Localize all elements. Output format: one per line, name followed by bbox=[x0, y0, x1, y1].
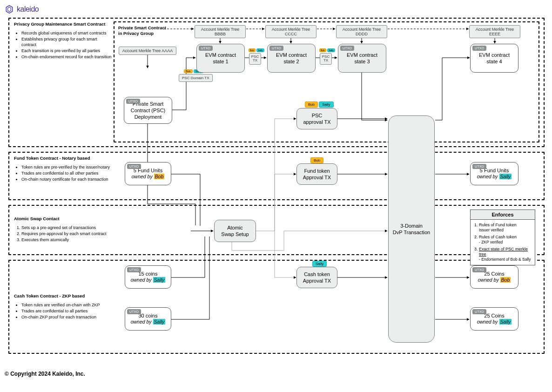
section4-bullet: Trades are confidential to all parties bbox=[21, 308, 112, 314]
section4-title: Cash Token Contract - ZKP based bbox=[14, 293, 112, 299]
node-text: 25 Coins bbox=[484, 270, 504, 277]
enforces-title: Enforces bbox=[471, 210, 535, 220]
kaleido-logo-icon bbox=[5, 5, 14, 14]
psc-approval-tx: PSC approval TX bbox=[296, 108, 337, 129]
node-text: Atomic bbox=[227, 224, 243, 231]
evm-state-3: UTXO EVM contract state 3 bbox=[338, 44, 386, 73]
node-text: 15 coins bbox=[139, 270, 158, 277]
chip-row-cash-approval: Sally bbox=[312, 261, 327, 267]
inner-title-line1: Private Smart Contract bbox=[118, 25, 166, 30]
utxo-badge: UTXO bbox=[472, 267, 486, 272]
node-text: Approval TX bbox=[303, 174, 331, 181]
merkle-e: Account Merkle Tree EEEE bbox=[469, 25, 520, 38]
chip-row-psctx1: Bob Sally bbox=[248, 48, 265, 52]
chip-sally: Sally bbox=[319, 101, 333, 108]
node-text: Contract (PSC) bbox=[131, 107, 166, 114]
evm-state-2: UTXO EVM contract state 2 bbox=[267, 44, 316, 73]
node-text: state 3 bbox=[354, 58, 370, 65]
chip-sally: Sally bbox=[256, 48, 264, 52]
coins-25-sally: UTXO 25 Coins owned by Sally bbox=[470, 307, 518, 331]
node-text: owned by Bob bbox=[478, 277, 511, 284]
utxo-badge: UTXO bbox=[472, 164, 486, 169]
node-text: Swap Setup bbox=[221, 231, 249, 237]
chip-bob: Bob bbox=[249, 48, 256, 52]
section-fund-token: Fund Token Contract - Notary based Token… bbox=[8, 152, 545, 200]
node-text: state 1 bbox=[213, 58, 228, 65]
logo: kaleido bbox=[5, 5, 547, 14]
section1-desc: Privacy Group Maintenance Smart Contract… bbox=[14, 21, 112, 61]
node-text: owned by Sally bbox=[477, 174, 512, 180]
merkle-c: Account Merkle Tree CCCC bbox=[265, 25, 316, 38]
section1-title: Privacy Group Maintenance Smart Contract bbox=[14, 21, 112, 27]
section3-title: Atomic Swap Contact bbox=[14, 216, 112, 222]
chip-row-fund-approval: Bob bbox=[310, 157, 324, 163]
enforces-item: Exact state of PSC merkle tree- Endorsem… bbox=[479, 247, 533, 262]
chip-sally: Sally bbox=[312, 261, 327, 267]
coins-25-bob: UTXO 25 Coins owned by Bob bbox=[470, 265, 518, 289]
merkle-a: Account Merkle Tree AAAA bbox=[119, 47, 176, 55]
utxo-badge: UTXO bbox=[199, 46, 213, 51]
node-text: 25 Coins bbox=[484, 312, 504, 319]
utxo-badge: UTXO bbox=[472, 46, 486, 51]
node-text: owned by Sally bbox=[477, 319, 512, 325]
section4-bullet: Token rules are verified on-chain with Z… bbox=[21, 302, 112, 308]
chip-bob: Bob bbox=[310, 157, 323, 163]
chip-row-psc-approval: Bob Sally bbox=[304, 101, 334, 108]
node-text: EVM contract bbox=[479, 52, 510, 58]
node-text: 30 coins bbox=[139, 312, 158, 319]
diagram-canvas: Privacy Group Maintenance Smart Contract… bbox=[5, 18, 547, 362]
utxo-badge: UTXO bbox=[472, 309, 486, 314]
utxo-badge: UTXO bbox=[127, 267, 141, 272]
enforces-item: Rules of Fund tokenIssuer verified bbox=[479, 223, 533, 233]
node-text: EVM contract bbox=[205, 52, 236, 58]
utxo-badge: UTXO bbox=[126, 99, 140, 104]
section1-bullet: Establishes privacy group for each smart… bbox=[21, 36, 112, 47]
section2-bullet: Token rules are pre-verified by the issu… bbox=[21, 164, 112, 170]
utxo-badge: UTXO bbox=[127, 309, 141, 314]
node-text: state 2 bbox=[283, 58, 299, 65]
utxo-badge: UTXO bbox=[127, 164, 141, 169]
atomic-swap-setup: Atomic Swap Setup bbox=[214, 220, 256, 242]
node-text: DvP Transaction bbox=[393, 229, 431, 236]
section1-bullet: Each transition is pre-verified by all p… bbox=[21, 48, 112, 54]
psc-tx-2: PSCTX bbox=[320, 53, 332, 65]
enforces-box: Enforces Rules of Fund tokenIssuer verif… bbox=[470, 210, 535, 265]
chip-row-psctx2: Bob Sally bbox=[319, 48, 336, 52]
chip-bob: Bob bbox=[305, 101, 318, 108]
chip-sally: Sally bbox=[327, 48, 335, 52]
section3-desc: Atomic Swap Contact Sets up a pre-agreed… bbox=[14, 216, 112, 243]
inner-title: Private Smart Contract in Privacy Group bbox=[118, 25, 166, 37]
inner-title-line2: in Privacy Group bbox=[118, 31, 154, 36]
section2-bullet: Trades are confidential to all other par… bbox=[21, 170, 112, 176]
psc-tx-1: PSCTX bbox=[249, 53, 261, 65]
node-text: Fund token bbox=[304, 168, 330, 174]
fund-units-bob: UTXO 5 Fund Units owned by Bob bbox=[125, 162, 171, 185]
psc-domain-tx: PSC Domain TX bbox=[179, 74, 213, 82]
node-text: 3-Domain bbox=[400, 223, 423, 229]
node-text: owned by Bob bbox=[132, 174, 165, 180]
section1-bullet: On-chain endorsement record for each tra… bbox=[21, 54, 112, 60]
node-text: EVM contract bbox=[347, 52, 377, 58]
fund-approval-tx: Fund token Approval TX bbox=[296, 163, 337, 185]
section3-item: Requires pre-approval by each smart cont… bbox=[21, 231, 112, 237]
utxo-badge: UTXO bbox=[269, 46, 283, 51]
cash-approval-tx: Cash token Approval TX bbox=[296, 267, 337, 288]
merkle-d: Account Merkle Tree DDDD bbox=[336, 25, 387, 38]
evm-state-1: UTXO EVM contract state 1 bbox=[196, 44, 245, 73]
section2-bullet: On-chain notary certificate for each tra… bbox=[21, 176, 112, 182]
section-atomic-swap: Atomic Swap Contact Sets up a pre-agreed… bbox=[8, 205, 545, 255]
node-text: Approval TX bbox=[303, 277, 331, 284]
section4-desc: Cash Token Contract - ZKP based Token ru… bbox=[14, 293, 112, 320]
enforces-item: Rules of Cash token- ZKP verified bbox=[479, 235, 533, 245]
node-text: EVM contract bbox=[276, 52, 307, 58]
coins-15-sally: UTXO 15 coins owned by Sally bbox=[125, 265, 171, 289]
section4-bullet: On-chain ZKP proof for each transaction bbox=[21, 314, 112, 320]
utxo-badge: UTXO bbox=[340, 46, 354, 51]
node-text: Deployment bbox=[135, 114, 162, 120]
node-text: PSC bbox=[312, 112, 323, 119]
node-text: Cash token bbox=[304, 271, 330, 277]
section1-bullet: Records global uniqueness of smart contr… bbox=[21, 30, 112, 36]
node-text: owned by Sally bbox=[131, 277, 166, 284]
node-text: state 4 bbox=[486, 58, 502, 65]
section3-item: Sets up a pre-agreed set of transactions bbox=[21, 225, 112, 230]
